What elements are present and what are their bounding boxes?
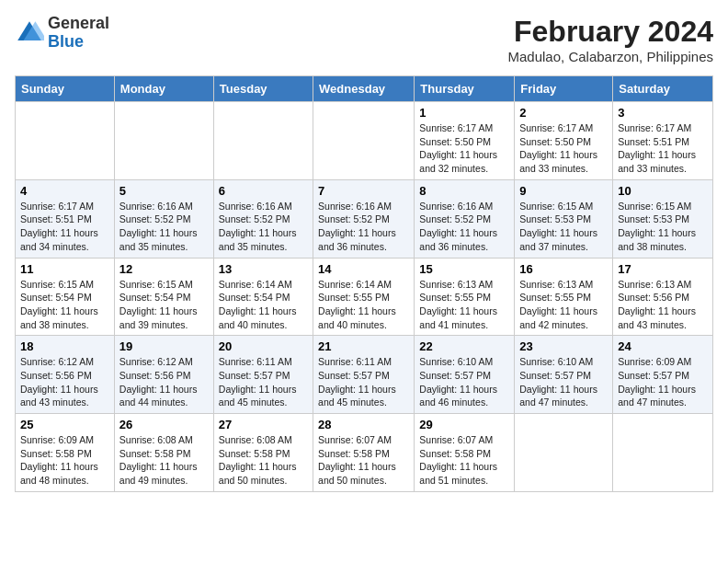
calendar-cell: 28Sunrise: 6:07 AM Sunset: 5:58 PM Dayli… [313, 414, 415, 492]
calendar-cell: 7Sunrise: 6:16 AM Sunset: 5:52 PM Daylig… [313, 179, 415, 258]
logo-blue: Blue [48, 32, 84, 51]
day-number: 21 [318, 339, 409, 353]
day-info: Sunrise: 6:11 AM Sunset: 5:57 PM Dayligh… [219, 355, 308, 409]
day-info: Sunrise: 6:17 AM Sunset: 5:50 PM Dayligh… [519, 121, 608, 176]
logo-icon [15, 18, 44, 48]
calendar-cell: 23Sunrise: 6:10 AM Sunset: 5:57 PM Dayli… [515, 336, 613, 414]
day-number: 20 [219, 339, 308, 353]
day-number: 25 [20, 418, 109, 431]
day-number: 5 [119, 184, 209, 198]
day-number: 3 [618, 106, 708, 120]
calendar-cell: 29Sunrise: 6:07 AM Sunset: 5:58 PM Dayli… [415, 414, 515, 492]
day-info: Sunrise: 6:07 AM Sunset: 5:58 PM Dayligh… [318, 433, 409, 488]
day-info: Sunrise: 6:13 AM Sunset: 5:55 PM Dayligh… [419, 278, 509, 332]
calendar-cell [114, 102, 213, 180]
calendar-cell: 5Sunrise: 6:16 AM Sunset: 5:52 PM Daylig… [114, 179, 213, 258]
day-number: 12 [119, 262, 209, 276]
day-info: Sunrise: 6:16 AM Sunset: 5:52 PM Dayligh… [318, 200, 409, 254]
calendar-cell [515, 414, 613, 492]
day-number: 9 [519, 184, 608, 198]
day-number: 16 [519, 262, 608, 276]
day-info: Sunrise: 6:16 AM Sunset: 5:52 PM Dayligh… [419, 200, 509, 254]
page-title: February 2024 [508, 15, 713, 49]
day-number: 26 [119, 418, 209, 431]
col-header-tuesday: Tuesday [213, 76, 313, 102]
calendar-cell: 18Sunrise: 6:12 AM Sunset: 5:56 PM Dayli… [16, 336, 115, 414]
day-info: Sunrise: 6:13 AM Sunset: 5:55 PM Dayligh… [519, 278, 608, 332]
calendar-cell: 22Sunrise: 6:10 AM Sunset: 5:57 PM Dayli… [415, 336, 515, 414]
col-header-monday: Monday [114, 76, 213, 102]
day-number: 13 [219, 262, 308, 276]
day-info: Sunrise: 6:10 AM Sunset: 5:57 PM Dayligh… [519, 355, 608, 409]
calendar-cell: 14Sunrise: 6:14 AM Sunset: 5:55 PM Dayli… [313, 258, 415, 336]
calendar-cell [213, 102, 313, 180]
calendar-cell: 21Sunrise: 6:11 AM Sunset: 5:57 PM Dayli… [313, 336, 415, 414]
calendar-table: SundayMondayTuesdayWednesdayThursdayFrid… [15, 75, 713, 492]
day-number: 28 [318, 418, 409, 431]
day-number: 15 [419, 262, 509, 276]
day-info: Sunrise: 6:14 AM Sunset: 5:55 PM Dayligh… [318, 278, 409, 332]
calendar-cell: 8Sunrise: 6:16 AM Sunset: 5:52 PM Daylig… [415, 179, 515, 258]
calendar-cell: 15Sunrise: 6:13 AM Sunset: 5:55 PM Dayli… [415, 258, 515, 336]
day-number: 11 [20, 262, 109, 276]
day-number: 18 [20, 339, 109, 353]
day-info: Sunrise: 6:12 AM Sunset: 5:56 PM Dayligh… [20, 355, 109, 409]
logo: General Blue [15, 15, 109, 52]
calendar-cell: 24Sunrise: 6:09 AM Sunset: 5:57 PM Dayli… [613, 336, 713, 414]
day-info: Sunrise: 6:17 AM Sunset: 5:51 PM Dayligh… [618, 121, 708, 176]
day-info: Sunrise: 6:15 AM Sunset: 5:54 PM Dayligh… [20, 278, 109, 332]
title-block: February 2024 Madulao, Calabarzon, Phili… [508, 15, 713, 64]
day-number: 23 [519, 339, 608, 353]
logo-general: General [48, 14, 109, 32]
day-info: Sunrise: 6:17 AM Sunset: 5:51 PM Dayligh… [20, 200, 109, 254]
day-info: Sunrise: 6:11 AM Sunset: 5:57 PM Dayligh… [318, 355, 409, 409]
day-info: Sunrise: 6:09 AM Sunset: 5:58 PM Dayligh… [20, 433, 109, 488]
day-number: 10 [618, 184, 708, 198]
col-header-friday: Friday [515, 76, 613, 102]
calendar-cell: 10Sunrise: 6:15 AM Sunset: 5:53 PM Dayli… [613, 179, 713, 258]
day-info: Sunrise: 6:08 AM Sunset: 5:58 PM Dayligh… [119, 433, 209, 488]
calendar-cell: 16Sunrise: 6:13 AM Sunset: 5:55 PM Dayli… [515, 258, 613, 336]
day-number: 1 [419, 106, 509, 120]
calendar-cell: 27Sunrise: 6:08 AM Sunset: 5:58 PM Dayli… [213, 414, 313, 492]
col-header-wednesday: Wednesday [313, 76, 415, 102]
calendar-cell: 20Sunrise: 6:11 AM Sunset: 5:57 PM Dayli… [213, 336, 313, 414]
page-subtitle: Madulao, Calabarzon, Philippines [508, 49, 713, 64]
day-info: Sunrise: 6:13 AM Sunset: 5:56 PM Dayligh… [618, 278, 708, 332]
calendar-cell: 3Sunrise: 6:17 AM Sunset: 5:51 PM Daylig… [613, 102, 713, 180]
day-info: Sunrise: 6:09 AM Sunset: 5:57 PM Dayligh… [618, 355, 708, 409]
calendar-cell: 26Sunrise: 6:08 AM Sunset: 5:58 PM Dayli… [114, 414, 213, 492]
day-info: Sunrise: 6:17 AM Sunset: 5:50 PM Dayligh… [419, 121, 509, 176]
col-header-thursday: Thursday [415, 76, 515, 102]
calendar-cell: 9Sunrise: 6:15 AM Sunset: 5:53 PM Daylig… [515, 179, 613, 258]
day-info: Sunrise: 6:16 AM Sunset: 5:52 PM Dayligh… [219, 200, 308, 254]
calendar-cell: 11Sunrise: 6:15 AM Sunset: 5:54 PM Dayli… [16, 258, 115, 336]
calendar-cell: 6Sunrise: 6:16 AM Sunset: 5:52 PM Daylig… [213, 179, 313, 258]
day-info: Sunrise: 6:15 AM Sunset: 5:53 PM Dayligh… [519, 200, 608, 254]
day-info: Sunrise: 6:10 AM Sunset: 5:57 PM Dayligh… [419, 355, 509, 409]
day-info: Sunrise: 6:16 AM Sunset: 5:52 PM Dayligh… [119, 200, 209, 254]
calendar-cell: 1Sunrise: 6:17 AM Sunset: 5:50 PM Daylig… [415, 102, 515, 180]
day-number: 6 [219, 184, 308, 198]
day-number: 27 [219, 418, 308, 431]
calendar-cell: 17Sunrise: 6:13 AM Sunset: 5:56 PM Dayli… [613, 258, 713, 336]
calendar-cell: 25Sunrise: 6:09 AM Sunset: 5:58 PM Dayli… [16, 414, 115, 492]
calendar-cell: 2Sunrise: 6:17 AM Sunset: 5:50 PM Daylig… [515, 102, 613, 180]
calendar-cell: 19Sunrise: 6:12 AM Sunset: 5:56 PM Dayli… [114, 336, 213, 414]
day-number: 24 [618, 339, 708, 353]
day-info: Sunrise: 6:08 AM Sunset: 5:58 PM Dayligh… [219, 433, 308, 488]
day-info: Sunrise: 6:15 AM Sunset: 5:53 PM Dayligh… [618, 200, 708, 254]
day-number: 19 [119, 339, 209, 353]
calendar-cell [313, 102, 415, 180]
day-number: 17 [618, 262, 708, 276]
calendar-cell: 13Sunrise: 6:14 AM Sunset: 5:54 PM Dayli… [213, 258, 313, 336]
day-number: 8 [419, 184, 509, 198]
day-info: Sunrise: 6:12 AM Sunset: 5:56 PM Dayligh… [119, 355, 209, 409]
day-number: 4 [20, 184, 109, 198]
day-number: 29 [419, 418, 509, 431]
calendar-cell [613, 414, 713, 492]
day-number: 2 [519, 106, 608, 120]
calendar-cell [16, 102, 115, 180]
day-number: 22 [419, 339, 509, 353]
day-info: Sunrise: 6:07 AM Sunset: 5:58 PM Dayligh… [419, 433, 509, 488]
